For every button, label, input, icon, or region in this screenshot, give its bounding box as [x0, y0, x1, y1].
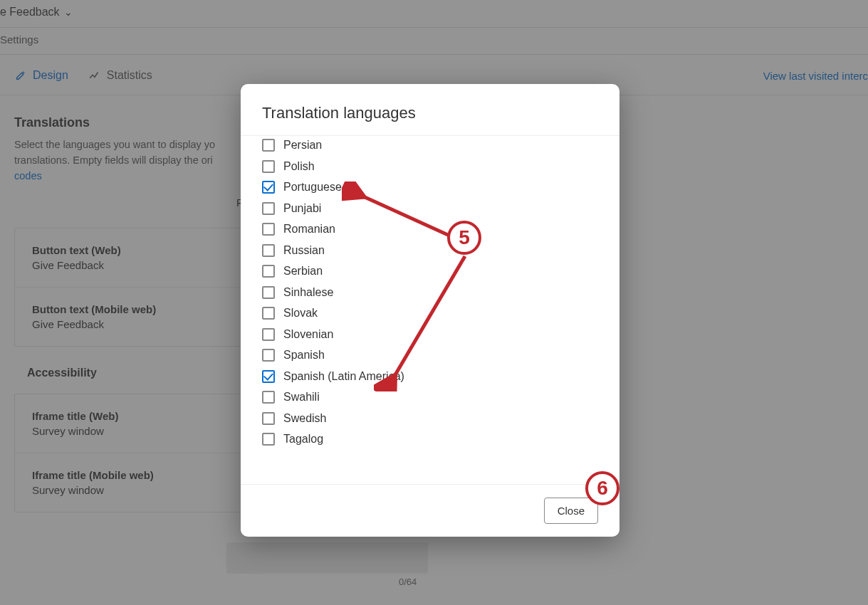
checkbox-icon[interactable] [262, 265, 275, 278]
annotation-step-5: 5 [447, 221, 481, 255]
checkbox-icon[interactable] [262, 349, 275, 362]
checkbox-icon[interactable] [262, 328, 275, 341]
language-label: Persian [283, 139, 322, 152]
translation-languages-modal: Translation languages PersianPolishPortu… [241, 84, 619, 537]
language-label: Spanish [283, 349, 325, 362]
language-option[interactable]: Tagalog [262, 433, 598, 446]
language-option[interactable]: Slovenian [262, 328, 598, 341]
checkbox-icon[interactable] [262, 244, 275, 257]
checkbox-icon[interactable] [262, 412, 275, 425]
modal-body[interactable]: PersianPolishPortuguesePunjabiRomanianRu… [241, 136, 619, 484]
language-option[interactable]: Portuguese [262, 181, 598, 194]
annotation-step-6: 6 [585, 471, 619, 505]
language-label: Swedish [283, 412, 326, 425]
language-option[interactable]: Russian [262, 244, 598, 257]
language-option[interactable]: Romanian [262, 223, 598, 236]
language-option[interactable]: Spanish [262, 349, 598, 362]
language-label: Romanian [283, 223, 335, 236]
language-option[interactable]: Slovak [262, 307, 598, 320]
language-label: Serbian [283, 265, 323, 278]
language-option[interactable]: Punjabi [262, 202, 598, 215]
checkbox-icon[interactable] [262, 370, 275, 383]
language-option[interactable]: Polish [262, 160, 598, 173]
language-label: Slovenian [283, 328, 333, 341]
checkbox-icon[interactable] [262, 223, 275, 236]
annotation-6-label: 6 [597, 477, 608, 500]
modal-footer: Close [241, 484, 619, 537]
language-option[interactable]: Persian [262, 139, 598, 152]
language-label: Portuguese [283, 181, 342, 194]
language-label: Sinhalese [283, 286, 333, 299]
language-option[interactable]: Swedish [262, 412, 598, 425]
close-button[interactable]: Close [544, 498, 598, 524]
language-label: Swahili [283, 391, 320, 404]
language-label: Punjabi [283, 202, 321, 215]
checkbox-icon[interactable] [262, 307, 275, 320]
language-label: Polish [283, 160, 315, 173]
checkbox-icon[interactable] [262, 160, 275, 173]
language-option[interactable]: Sinhalese [262, 286, 598, 299]
language-label: Russian [283, 244, 325, 257]
checkbox-icon[interactable] [262, 139, 275, 152]
language-option[interactable]: Serbian [262, 265, 598, 278]
language-label: Tagalog [283, 433, 323, 446]
checkbox-icon[interactable] [262, 181, 275, 194]
checkbox-icon[interactable] [262, 286, 275, 299]
language-label: Slovak [283, 307, 318, 320]
checkbox-icon[interactable] [262, 391, 275, 404]
language-option[interactable]: Swahili [262, 391, 598, 404]
language-list: PersianPolishPortuguesePunjabiRomanianRu… [262, 139, 598, 446]
checkbox-icon[interactable] [262, 433, 275, 446]
checkbox-icon[interactable] [262, 202, 275, 215]
language-label: Spanish (Latin America) [283, 370, 404, 383]
modal-title: Translation languages [241, 84, 619, 136]
annotation-5-label: 5 [459, 226, 470, 249]
language-option[interactable]: Spanish (Latin America) [262, 370, 598, 383]
